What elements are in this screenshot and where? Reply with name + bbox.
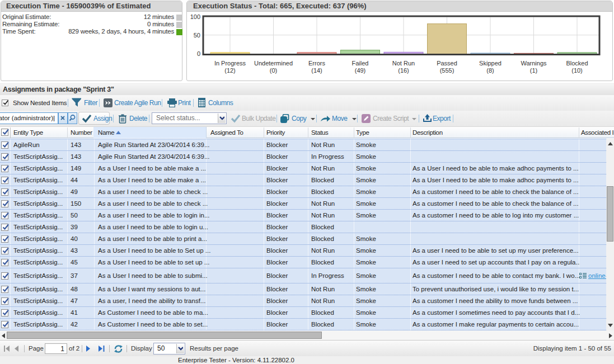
svg-text:(10): (10) bbox=[571, 67, 583, 74]
svg-text:Skipped: Skipped bbox=[479, 60, 501, 67]
svg-text:Not Run: Not Run bbox=[392, 60, 415, 67]
svg-text:(49): (49) bbox=[355, 67, 366, 74]
svg-text:Undetermined: Undetermined bbox=[254, 60, 293, 67]
svg-text:0: 0 bbox=[197, 50, 200, 57]
svg-text:(12): (12) bbox=[224, 67, 236, 74]
svg-text:Errors: Errors bbox=[308, 60, 325, 67]
svg-text:Failed: Failed bbox=[352, 60, 369, 67]
svg-text:Warnings: Warnings bbox=[521, 60, 547, 67]
svg-text:(14): (14) bbox=[311, 67, 322, 74]
svg-text:(16): (16) bbox=[398, 67, 409, 74]
svg-text:(0): (0) bbox=[270, 67, 277, 74]
svg-text:100: 100 bbox=[190, 13, 200, 20]
svg-text:Blocked: Blocked bbox=[566, 60, 588, 67]
svg-text:In Progress: In Progress bbox=[214, 60, 246, 67]
svg-text:50: 50 bbox=[194, 32, 200, 39]
svg-text:(555): (555) bbox=[440, 67, 454, 74]
svg-text:(1): (1) bbox=[530, 67, 537, 74]
svg-text:(8): (8) bbox=[486, 67, 494, 74]
svg-text:Passed: Passed bbox=[437, 60, 457, 67]
